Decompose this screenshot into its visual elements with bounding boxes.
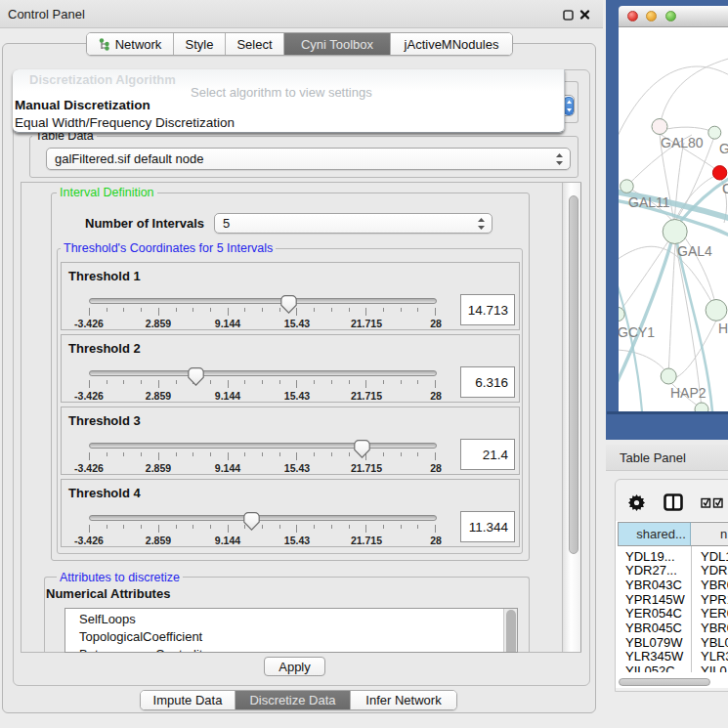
svg-text:GAL11: GAL11	[628, 194, 670, 210]
svg-text:GCY1: GCY1	[619, 324, 655, 340]
svg-text:HAP2: HAP2	[670, 385, 707, 401]
svg-text:GAL80: GAL80	[661, 135, 704, 150]
svg-text:H: H	[718, 321, 728, 336]
svg-text:GA: GA	[719, 141, 728, 156]
svg-text:C: C	[722, 181, 728, 196]
svg-text:GAL4: GAL4	[677, 243, 712, 259]
